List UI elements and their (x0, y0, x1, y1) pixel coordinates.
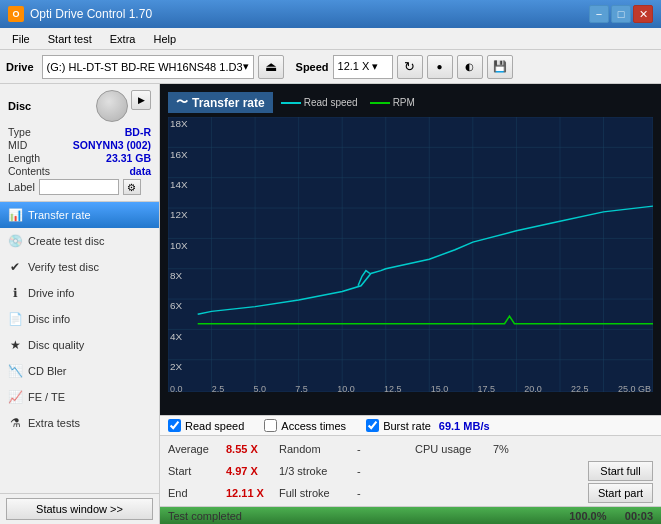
speed-value: 12.1 X ▾ (338, 60, 379, 73)
svg-text:8X: 8X (170, 270, 183, 281)
save-button[interactable]: 💾 (487, 55, 513, 79)
access-times-checkbox-item: Access times (264, 419, 346, 432)
nav-verify-disc-label: Verify test disc (28, 261, 99, 273)
stats-rows: Average 8.55 X Random - CPU usage 7% Sta… (160, 436, 661, 506)
end-value: 12.11 X (226, 487, 271, 499)
erase-button[interactable]: ◐ (457, 55, 483, 79)
legend-read-speed-color (281, 102, 301, 104)
content-area: 〜 Transfer rate Read speed RPM (160, 84, 661, 524)
checkbox-row: Read speed Access times Burst rate 69.1 … (160, 416, 661, 436)
x-label-175: 17.5 (478, 384, 496, 394)
nav-drive-info[interactable]: ℹ Drive info (0, 280, 159, 306)
burst-rate-value: 69.1 MB/s (439, 420, 490, 432)
transfer-rate-icon: 📊 (8, 208, 22, 222)
svg-rect-0 (168, 117, 653, 392)
burst-rate-checkbox[interactable] (366, 419, 379, 432)
refresh-button[interactable]: ↻ (397, 55, 423, 79)
create-disc-icon: 💿 (8, 234, 22, 248)
start-value: 4.97 X (226, 465, 271, 477)
chart-title: Transfer rate (192, 96, 265, 110)
chart-legend: Read speed RPM (281, 97, 415, 108)
stats-end-row: End 12.11 X Full stroke - Start part (168, 482, 653, 504)
status-area: Status window >> (0, 493, 159, 524)
chart-svg-container: 18X 16X 14X 12X 10X 8X 6X 4X 2X (168, 117, 653, 392)
contents-value: data (129, 165, 151, 177)
chart-header: 〜 Transfer rate Read speed RPM (168, 92, 653, 113)
random-value: - (357, 443, 407, 455)
drive-value: (G:) HL-DT-ST BD-RE WH16NS48 1.D3 (47, 61, 243, 73)
nav-disc-info[interactable]: 📄 Disc info (0, 306, 159, 332)
disc-panel-header: Disc ▶ (8, 90, 151, 122)
nav-create-test-disc[interactable]: 💿 Create test disc (0, 228, 159, 254)
progress-percent: 100.0% 00:03 (569, 510, 653, 522)
stats-average-row: Average 8.55 X Random - CPU usage 7% (168, 438, 653, 460)
x-label-0: 0.0 (170, 384, 183, 394)
random-label: Random (279, 443, 349, 455)
status-window-button[interactable]: Status window >> (6, 498, 153, 520)
length-value: 23.31 GB (106, 152, 151, 164)
x-axis-labels: 0.0 2.5 5.0 7.5 10.0 12.5 15.0 17.5 20.0… (168, 384, 653, 394)
menu-start-test[interactable]: Start test (40, 31, 100, 47)
nav-disc-quality-label: Disc quality (28, 339, 84, 351)
chart-container: 〜 Transfer rate Read speed RPM (160, 84, 661, 415)
read-speed-checkbox[interactable] (168, 419, 181, 432)
nav-fe-te-label: FE / TE (28, 391, 65, 403)
nav-cd-bler[interactable]: 📉 CD Bler (0, 358, 159, 384)
nav-fe-te[interactable]: 📈 FE / TE (0, 384, 159, 410)
nav-extra-tests-label: Extra tests (28, 417, 80, 429)
nav-extra-tests[interactable]: ⚗ Extra tests (0, 410, 159, 436)
disc-label-row: Label ⚙ (8, 179, 151, 195)
disc-action-btn[interactable]: ▶ (131, 90, 151, 110)
stroke13-label: 1/3 stroke (279, 465, 349, 477)
start-full-button[interactable]: Start full (588, 461, 653, 481)
label-action-btn[interactable]: ⚙ (123, 179, 141, 195)
nav-disc-info-label: Disc info (28, 313, 70, 325)
menu-extra[interactable]: Extra (102, 31, 144, 47)
disc-info-icon: 📄 (8, 312, 22, 326)
minimize-button[interactable]: − (589, 5, 609, 23)
full-stroke-value: - (357, 487, 407, 499)
menu-file[interactable]: File (4, 31, 38, 47)
maximize-button[interactable]: □ (611, 5, 631, 23)
svg-text:18X: 18X (170, 119, 188, 130)
length-label: Length (8, 152, 40, 164)
window-controls: − □ ✕ (589, 5, 653, 23)
nav-disc-quality[interactable]: ★ Disc quality (0, 332, 159, 358)
speed-select[interactable]: 12.1 X ▾ (333, 55, 393, 79)
drive-label: Drive (6, 61, 34, 73)
x-label-25: 2.5 (212, 384, 225, 394)
close-button[interactable]: ✕ (633, 5, 653, 23)
burst-rate-checkbox-label: Burst rate (383, 420, 431, 432)
disc-length-row: Length 23.31 GB (8, 152, 151, 164)
stats-start-row: Start 4.97 X 1/3 stroke - Start full (168, 460, 653, 482)
x-label-125: 12.5 (384, 384, 402, 394)
legend-rpm-color (370, 102, 390, 104)
nav-drive-info-label: Drive info (28, 287, 74, 299)
main-layout: Disc ▶ Type BD-R MID SONYNN3 (002) Lengt… (0, 84, 661, 524)
chart-wave-icon: 〜 (176, 94, 188, 111)
disc-panel: Disc ▶ Type BD-R MID SONYNN3 (002) Lengt… (0, 84, 159, 202)
contents-label: Contents (8, 165, 50, 177)
burn-button[interactable]: ● (427, 55, 453, 79)
nav-transfer-rate[interactable]: 📊 Transfer rate (0, 202, 159, 228)
progress-pct-value: 100.0% (569, 510, 606, 522)
start-part-button[interactable]: Start part (588, 483, 653, 503)
drive-info-icon: ℹ (8, 286, 22, 300)
progress-label: Test completed (168, 510, 242, 522)
eject-button[interactable]: ⏏ (258, 55, 284, 79)
drive-select[interactable]: (G:) HL-DT-ST BD-RE WH16NS48 1.D3 ▾ (42, 55, 254, 79)
svg-text:2X: 2X (170, 361, 183, 372)
access-times-checkbox[interactable] (264, 419, 277, 432)
progress-time: 00:03 (625, 510, 653, 522)
fe-te-icon: 📈 (8, 390, 22, 404)
nav-verify-test-disc[interactable]: ✔ Verify test disc (0, 254, 159, 280)
disc-type-row: Type BD-R (8, 126, 151, 138)
label-input[interactable] (39, 179, 119, 195)
nav-cd-bler-label: CD Bler (28, 365, 67, 377)
transfer-rate-chart: 18X 16X 14X 12X 10X 8X 6X 4X 2X (168, 117, 653, 392)
legend-rpm-label: RPM (393, 97, 415, 108)
access-times-checkbox-label: Access times (281, 420, 346, 432)
svg-text:12X: 12X (170, 210, 188, 221)
menu-help[interactable]: Help (145, 31, 184, 47)
x-label-150: 15.0 (431, 384, 449, 394)
